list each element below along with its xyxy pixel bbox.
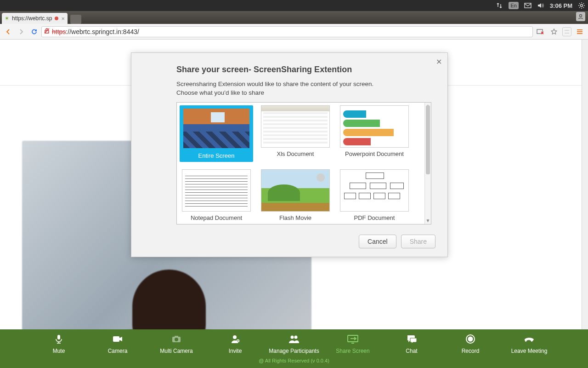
site-favicon-icon: ✶ xyxy=(5,15,9,22)
share-option-label: PDF Document xyxy=(338,214,411,221)
share-option[interactable]: Notepad Document xyxy=(180,169,253,221)
multicam-icon xyxy=(147,333,206,345)
share-option-thumbnail xyxy=(261,169,330,212)
tab-close-icon[interactable]: × xyxy=(61,15,65,22)
share-option-label: Xls Document xyxy=(259,150,332,157)
share-option[interactable]: Entire Screen xyxy=(180,105,253,162)
toolbar-label: Manage Participants xyxy=(265,348,323,354)
panel-scrollbar[interactable]: ▲ ▼ xyxy=(424,103,431,224)
svg-rect-5 xyxy=(537,29,543,34)
toolbar-record[interactable]: Record xyxy=(441,333,500,354)
share-option-thumbnail xyxy=(182,169,251,212)
svg-rect-16 xyxy=(113,336,119,342)
share-icon xyxy=(323,333,382,345)
share-option-label: Notepad Document xyxy=(180,214,253,221)
toolbar-camera[interactable]: Camera xyxy=(88,333,147,354)
svg-point-1 xyxy=(581,5,583,7)
toolbar-label: Multi Camera xyxy=(147,348,206,354)
recording-indicator-icon xyxy=(55,17,58,20)
share-button[interactable]: Share xyxy=(401,235,435,248)
toolbar-label: Share Screen xyxy=(323,348,382,354)
toolbar-label: Leave Meeting xyxy=(500,348,559,354)
tab-title: https://webrtc.sp xyxy=(12,15,52,22)
toolbar-leave[interactable]: Leave Meeting xyxy=(500,333,559,354)
chat-icon xyxy=(382,333,441,345)
user-menu-icon[interactable] xyxy=(576,12,585,21)
svg-point-20 xyxy=(233,335,237,339)
svg-rect-13 xyxy=(57,335,60,339)
share-option-label: Powerpoint Document xyxy=(338,150,411,157)
chrome-menu-icon[interactable] xyxy=(574,26,585,37)
address-bar[interactable]: https ://webrtc.springct.in:8443/ xyxy=(41,26,533,37)
tab-strip: ✶ https://webrtc.sp × xyxy=(0,11,588,24)
dialog-description: Screensharing Extension would like to sh… xyxy=(176,80,435,98)
invite-icon xyxy=(206,333,265,345)
toolbar-share[interactable]: Share Screen xyxy=(323,333,382,354)
share-option-thumbnail xyxy=(340,105,409,148)
new-tab-button[interactable] xyxy=(70,15,81,24)
toolbar-chat[interactable]: Chat xyxy=(382,333,441,354)
clock[interactable]: 3:06 PM xyxy=(550,2,572,9)
camera-icon xyxy=(88,333,147,345)
svg-point-24 xyxy=(291,336,294,339)
share-option[interactable]: Powerpoint Document xyxy=(338,105,411,162)
insecure-lock-icon xyxy=(44,28,50,36)
toolbar-multicam[interactable]: Multi Camera xyxy=(147,333,206,354)
record-icon xyxy=(441,333,500,345)
share-option-thumbnail xyxy=(340,169,409,212)
copyright: @ All Rights Reserved (v 0.0.4) xyxy=(0,358,588,363)
cancel-button[interactable]: Cancel xyxy=(359,235,396,248)
browser-tab[interactable]: ✶ https://webrtc.sp × xyxy=(2,13,68,24)
toolbar-mic[interactable]: Mute xyxy=(29,333,88,354)
share-option-label: Entire Screen xyxy=(180,152,253,162)
bookmark-star-icon[interactable] xyxy=(548,26,560,37)
network-updown-icon[interactable] xyxy=(496,2,503,9)
blocked-popup-icon[interactable] xyxy=(535,26,546,37)
panel-toggle-icon[interactable] xyxy=(562,27,571,36)
settings-gear-icon[interactable] xyxy=(578,2,585,9)
svg-rect-0 xyxy=(525,3,531,8)
back-button[interactable] xyxy=(3,26,14,37)
meeting-toolbar: MuteCameraMulti CameraInviteManage Parti… xyxy=(0,329,588,368)
svg-point-18 xyxy=(175,338,178,341)
volume-icon[interactable] xyxy=(537,2,544,9)
forward-button[interactable] xyxy=(16,26,27,37)
share-option-thumbnail xyxy=(182,107,251,150)
dialog-title: Share your screen- ScreenSharing Extenti… xyxy=(176,65,435,75)
participants-icon xyxy=(265,333,323,345)
toolbar-label: Camera xyxy=(88,348,147,354)
url-protocol: https xyxy=(52,28,66,35)
svg-point-25 xyxy=(294,336,298,339)
svg-point-28 xyxy=(468,337,473,342)
toolbar-label: Invite xyxy=(206,348,265,354)
share-options-panel: Entire ScreenXls DocumentPowerpoint Docu… xyxy=(176,102,431,224)
toolbar-invite[interactable]: Invite xyxy=(206,333,265,354)
svg-point-2 xyxy=(580,15,582,17)
share-option-thumbnail xyxy=(261,105,330,148)
page-scrollbar[interactable] xyxy=(582,40,588,329)
url-rest: ://webrtc.springct.in:8443/ xyxy=(66,28,139,35)
os-menu-bar: En 3:06 PM xyxy=(0,0,588,11)
toolbar-label: Chat xyxy=(382,348,441,354)
toolbar-participants[interactable]: Manage Participants xyxy=(265,333,323,354)
toolbar-label: Record xyxy=(441,348,500,354)
share-screen-dialog: ✕ Share your screen- ScreenSharing Exten… xyxy=(131,52,448,257)
share-option[interactable]: Xls Document xyxy=(259,105,332,162)
browser-toolbar: https ://webrtc.springct.in:8443/ xyxy=(0,24,588,40)
mic-icon xyxy=(29,333,88,345)
dialog-close-icon[interactable]: ✕ xyxy=(436,58,442,66)
share-option[interactable]: PDF Document xyxy=(338,169,411,221)
svg-rect-19 xyxy=(175,336,178,337)
keyboard-lang-indicator[interactable]: En xyxy=(509,2,518,9)
reload-button[interactable] xyxy=(28,26,40,37)
leave-icon xyxy=(500,333,559,345)
share-option[interactable]: Flash Movie xyxy=(259,169,332,221)
mail-icon[interactable] xyxy=(524,2,531,9)
toolbar-label: Mute xyxy=(29,348,88,354)
share-option-label: Flash Movie xyxy=(259,214,332,221)
